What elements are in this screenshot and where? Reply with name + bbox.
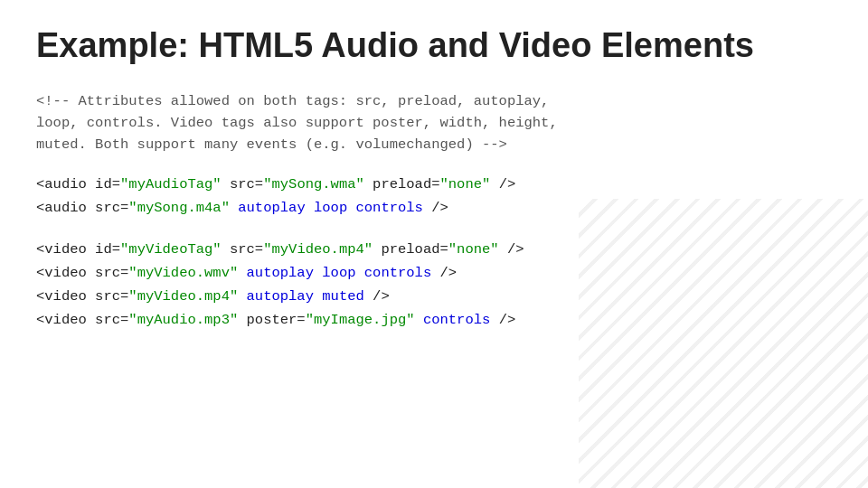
- video-tag-1: <video: [36, 239, 87, 260]
- audio-id-value: "myAudioTag": [120, 174, 222, 195]
- video-keywords-4: controls: [423, 309, 490, 331]
- video-src-attr-2: src=: [87, 262, 129, 284]
- video-src-value-3: "myVideo.mp4": [128, 286, 238, 307]
- audio-keywords-2: autoplay loop controls: [238, 197, 423, 219]
- audio-preload-attr: preload=: [364, 174, 440, 195]
- video-poster-attr: poster=: [238, 309, 305, 331]
- video-src-attr-3: src=: [87, 286, 129, 307]
- code-block: <!-- Attributes allowed on both tags: sr…: [36, 90, 832, 331]
- comment-line-3: muted. Both support many events (e.g. vo…: [36, 134, 832, 155]
- video-src-attr-4: src=: [87, 309, 129, 331]
- audio-id-attr: id=: [87, 174, 120, 195]
- audio-src-attr-1: src=: [222, 174, 264, 195]
- video-close-4: />: [490, 309, 515, 331]
- audio-code-block: <audio id="myAudioTag" src="mySong.wma" …: [36, 174, 832, 219]
- audio-line-2: <audio src="mySong.m4a" autoplay loop co…: [36, 197, 832, 219]
- audio-src-value-1: "mySong.wma": [263, 174, 364, 195]
- video-src-value-4: "myAudio.mp3": [128, 309, 238, 331]
- video-id-attr: id=: [87, 239, 120, 260]
- video-close-1: />: [499, 239, 524, 260]
- video-code-block: <video id="myVideoTag" src="myVideo.mp4"…: [36, 239, 832, 331]
- audio-line-1: <audio id="myAudioTag" src="mySong.wma" …: [36, 174, 832, 195]
- audio-tag-2: <audio: [36, 197, 87, 219]
- video-keywords-2: autoplay loop controls: [247, 262, 432, 284]
- video-sep-4: [415, 309, 423, 331]
- comment-line-1: <!-- Attributes allowed on both tags: sr…: [36, 90, 832, 112]
- video-src-value-2: "myVideo.wmv": [128, 262, 238, 284]
- video-close-2: />: [431, 262, 457, 284]
- video-src-attr-1: src=: [222, 239, 264, 260]
- audio-tag-1: <audio: [36, 174, 87, 195]
- video-line-4: <video src="myAudio.mp3" poster="myImage…: [36, 309, 832, 331]
- video-line-3: <video src="myVideo.mp4" autoplay muted …: [36, 286, 832, 307]
- video-src-value-1: "myVideo.mp4": [263, 239, 373, 260]
- audio-preload-value: "none": [440, 174, 491, 195]
- video-sep-2: [238, 262, 246, 284]
- video-tag-2: <video: [36, 262, 87, 284]
- video-poster-value: "myImage.jpg": [306, 309, 415, 331]
- video-keywords-3: autoplay muted: [247, 286, 364, 307]
- video-preload-value: "none": [448, 239, 499, 260]
- audio-close-2: />: [423, 197, 448, 219]
- video-close-3: />: [364, 286, 390, 307]
- audio-src-attr-2: src=: [87, 197, 129, 219]
- video-line-1: <video id="myVideoTag" src="myVideo.mp4"…: [36, 239, 832, 260]
- comment-line-2: loop, controls. Video tags also support …: [36, 112, 832, 134]
- video-sep-3: [238, 286, 246, 307]
- video-tag-3: <video: [36, 286, 87, 307]
- video-tag-4: <video: [36, 309, 87, 331]
- slide-content: Example: HTML5 Audio and Video Elements …: [0, 0, 868, 360]
- video-preload-attr: preload=: [373, 239, 448, 260]
- audio-separator: [230, 197, 238, 219]
- comment-block: <!-- Attributes allowed on both tags: sr…: [36, 90, 832, 155]
- audio-src-value-2: "mySong.m4a": [128, 197, 230, 219]
- video-line-2: <video src="myVideo.wmv" autoplay loop c…: [36, 262, 832, 284]
- audio-close-1: />: [490, 174, 515, 195]
- video-id-value: "myVideoTag": [120, 239, 222, 260]
- page-title: Example: HTML5 Audio and Video Elements: [36, 27, 832, 65]
